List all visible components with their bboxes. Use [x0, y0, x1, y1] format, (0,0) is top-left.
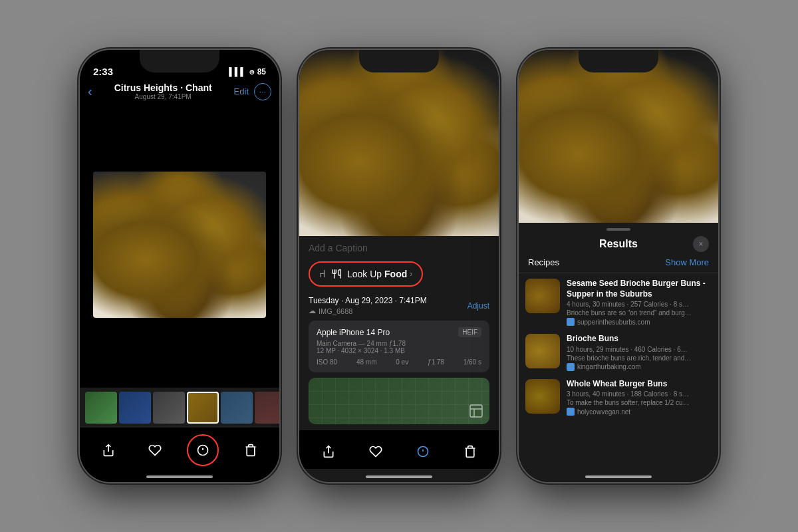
- results-header: Results ×: [519, 233, 718, 257]
- tab-recipes[interactable]: Recipes: [528, 257, 559, 267]
- thumb-6[interactable]: [255, 392, 279, 424]
- recipe-title-3: Whole Wheat Burger Buns: [567, 379, 712, 390]
- status-bar: 2:33 ▌▌▌ ⌾ 85: [80, 57, 279, 80]
- map-preview[interactable]: [309, 378, 489, 424]
- thumb-3[interactable]: [153, 392, 185, 424]
- recipe-desc-1: Brioche buns are so "on trend" and burg…: [567, 309, 712, 317]
- look-up-chevron: ›: [410, 269, 412, 279]
- thumbnail-strip[interactable]: [80, 388, 279, 428]
- look-up-label: Look Up Food: [347, 269, 407, 279]
- favorite-button[interactable]: [140, 436, 170, 465]
- source-text-3: holycowvegan.net: [577, 408, 630, 416]
- cloud-icon: ☁: [309, 307, 316, 315]
- tab-show-more[interactable]: Show More: [665, 257, 709, 267]
- header-title: Citrus Heights · Chant: [114, 82, 212, 93]
- recipe-source-2: kingarthurbaking.com: [567, 363, 712, 371]
- phone2-share-button[interactable]: [314, 437, 343, 466]
- recipe-meta-2: 10 hours, 29 minutes · 460 Calories · 6…: [567, 346, 712, 353]
- source-icon-2: [567, 363, 575, 371]
- photo-top: [299, 50, 499, 236]
- food-image-2: [299, 50, 499, 236]
- shutter-speed: 1/60 s: [464, 358, 481, 366]
- phone2-toolbar: [299, 430, 499, 469]
- look-up-food-button[interactable]: ⑁ Look Up Food ›: [309, 261, 423, 287]
- recipe-title-2: Brioche Buns: [567, 334, 712, 344]
- more-icon: ···: [259, 87, 266, 96]
- food-image: [93, 172, 266, 318]
- thumb-1[interactable]: [85, 392, 117, 424]
- nav-header: ‹ Citrus Heights · Chant August 29, 7:41…: [80, 80, 279, 104]
- look-up-subject: Food: [384, 269, 407, 279]
- wifi-icon: ⌾: [249, 67, 254, 76]
- results-tabs: Recipes Show More: [519, 257, 718, 273]
- photo-date: Tuesday · Aug 29, 2023 · 7:41PM: [309, 296, 427, 305]
- info-button[interactable]: [187, 434, 219, 466]
- recipe-thumb-3: [525, 379, 560, 414]
- phone-3: Results × Recipes Show More: [519, 50, 718, 482]
- results-close-button[interactable]: ×: [693, 236, 709, 252]
- recipe-thumb-2: [525, 334, 560, 368]
- phone1-screen: 2:33 ▌▌▌ ⌾ 85 ‹ Citrus Heights · Chant A…: [80, 50, 279, 482]
- device-name: Apple iPhone 14 Pro: [317, 328, 390, 337]
- phone2-info-button[interactable]: [408, 437, 438, 466]
- recipe-info-2: Brioche Buns 10 hours, 29 minutes · 460 …: [567, 334, 712, 371]
- share-button[interactable]: [94, 436, 123, 465]
- phone2-content: Add a Caption ⑁ Look Up Food ›: [299, 50, 499, 482]
- phone2-favorite-button[interactable]: [361, 437, 390, 466]
- results-panel: Results × Recipes Show More: [519, 223, 718, 482]
- photo-top3: [519, 50, 718, 223]
- recipe-item-3[interactable]: Whole Wheat Burger Buns 3 hours, 40 minu…: [525, 379, 712, 416]
- phone2-home-bar: [366, 475, 432, 478]
- signal-icon: ▌▌▌: [229, 67, 246, 76]
- phone-2: Add a Caption ⑁ Look Up Food ›: [299, 50, 499, 482]
- exif-data: ISO 80 48 mm 0 ev ƒ1.78 1/60 s: [317, 358, 481, 366]
- thumb-5[interactable]: [221, 392, 253, 424]
- source-icon-1: [567, 318, 575, 326]
- focal-length: 48 mm: [356, 358, 377, 366]
- home-indicator: [80, 469, 279, 482]
- recipe-thumb-1: [525, 279, 560, 313]
- recipe-title-1: Sesame Seed Brioche Burger Buns - Supper…: [567, 279, 712, 299]
- ev-value: 0 ev: [396, 358, 408, 366]
- recipe-item-1[interactable]: Sesame Seed Brioche Burger Buns - Supper…: [525, 279, 712, 326]
- phone3-content: Results × Recipes Show More: [519, 50, 718, 482]
- format-badge: HEIF: [458, 327, 481, 337]
- adjust-button[interactable]: Adjust: [467, 301, 489, 311]
- recipe-desc-2: These brioche buns are rich, tender and…: [567, 354, 712, 362]
- battery-indicator: 85: [257, 67, 266, 76]
- edit-button[interactable]: Edit: [234, 86, 249, 96]
- map-grid: [309, 378, 489, 424]
- photo-specs: 12 MP · 4032 × 3024 · 1.3 MB: [317, 347, 481, 354]
- recipe-meta-1: 4 hours, 30 minutes · 257 Calories · 8 s…: [567, 301, 712, 308]
- recipe-item-2[interactable]: Brioche Buns 10 hours, 29 minutes · 460 …: [525, 334, 712, 371]
- phone2-screen: Add a Caption ⑁ Look Up Food ›: [299, 50, 499, 482]
- device-name-row: Apple iPhone 14 Pro HEIF: [317, 327, 481, 337]
- phone3-home-bar: [585, 475, 652, 478]
- phone-1: 2:33 ▌▌▌ ⌾ 85 ‹ Citrus Heights · Chant A…: [80, 50, 279, 482]
- iso-value: ISO 80: [317, 358, 337, 366]
- source-text-2: kingarthurbaking.com: [577, 363, 641, 370]
- recipe-source-1: supperinthesuburbs.com: [567, 318, 712, 326]
- close-icon: ×: [698, 239, 703, 249]
- food-icon: ⑁: [319, 268, 326, 280]
- meta-date-row: Tuesday · Aug 29, 2023 · 7:41PM ☁ IMG_66…: [309, 296, 489, 315]
- bun-photo: [93, 172, 266, 318]
- more-button[interactable]: ···: [254, 83, 271, 100]
- phone3-screen: Results × Recipes Show More: [519, 50, 718, 482]
- status-time: 2:33: [93, 66, 113, 77]
- source-text-1: supperinthesuburbs.com: [577, 319, 650, 326]
- thumb-2[interactable]: [119, 392, 151, 424]
- aperture-value: ƒ1.78: [428, 358, 444, 366]
- photo-toolbar: [80, 428, 279, 469]
- results-title: Results: [599, 238, 638, 250]
- info-area: Add a Caption ⑁ Look Up Food ›: [299, 236, 499, 430]
- phone2-home-indicator: [299, 469, 499, 482]
- camera-type: Main Camera — 24 mm ƒ1.78: [317, 340, 481, 347]
- recipe-info-1: Sesame Seed Brioche Burger Buns - Supper…: [567, 279, 712, 326]
- back-button[interactable]: ‹: [88, 84, 92, 99]
- caption-field[interactable]: Add a Caption: [309, 243, 489, 253]
- thumb-4-active[interactable]: [187, 392, 219, 424]
- file-name: IMG_6688: [319, 307, 352, 315]
- delete-button[interactable]: [236, 436, 265, 465]
- phone2-delete-button[interactable]: [456, 437, 485, 466]
